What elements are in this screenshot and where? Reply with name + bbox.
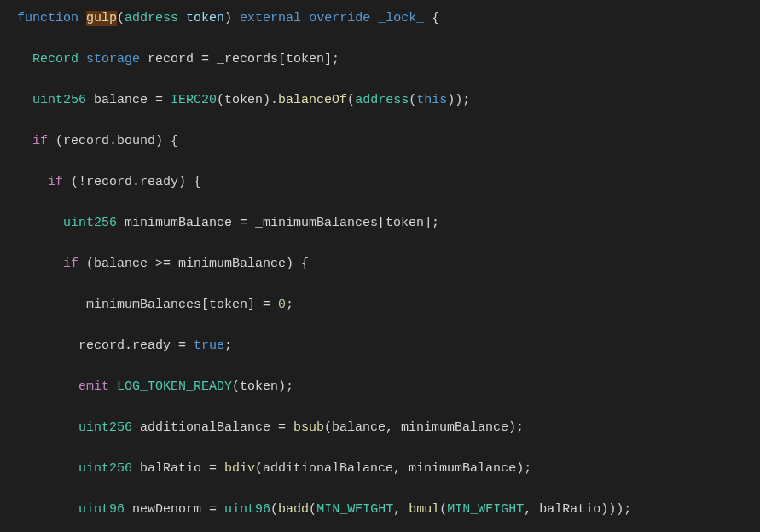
code-token: ) [224, 11, 240, 26]
code-line[interactable]: uint96 newDenorm = uint96(badd(MIN_WEIGH… [17, 500, 760, 520]
code-token: (balance >= minimumBalance) { [78, 257, 309, 271]
code-token: external [240, 11, 301, 26]
code-token: (token); [232, 379, 293, 394]
code-line[interactable]: if (balance >= minimumBalance) { [17, 254, 760, 275]
code-line[interactable]: _minimumBalances[token] = 0; [17, 295, 760, 315]
code-token: newDenorm = [125, 502, 224, 517]
code-token: ( [439, 502, 447, 517]
code-line[interactable]: uint256 additionalBalance = bsub(balance… [17, 418, 760, 438]
code-line[interactable]: uint256 minimumBalance = _minimumBalance… [17, 213, 760, 234]
code-line[interactable]: if (!record.ready) { [17, 172, 760, 193]
code-token: Record [32, 52, 86, 66]
code-line[interactable]: emit LOG_TOKEN_READY(token); [17, 377, 760, 397]
code-token: address [125, 11, 178, 26]
code-token: emit [78, 379, 109, 394]
code-token: ( [309, 502, 316, 517]
code-line[interactable]: uint256 balRatio = bdiv(additionalBalanc… [17, 459, 760, 479]
code-token: ; [224, 338, 232, 353]
code-token: if [63, 257, 78, 271]
code-token: minimumBalance = _minimumBalances[token]… [117, 216, 439, 230]
code-token: record = _records[token]; [140, 52, 339, 66]
code-token: additionalBalance = [132, 420, 293, 435]
code-token: , [393, 502, 409, 517]
code-token: bdiv [224, 461, 255, 476]
code-token: ( [409, 93, 416, 107]
code-line[interactable]: Record storage record = _records[token]; [17, 49, 760, 70]
code-token: gulp [86, 11, 117, 26]
code-token: true [194, 338, 224, 353]
code-editor[interactable]: function gulp(address token) external ov… [0, 9, 760, 532]
code-token: MIN_WEIGHT [447, 502, 524, 517]
code-token: if [32, 134, 48, 148]
code-token: function [17, 11, 86, 26]
code-token: (token). [217, 93, 278, 107]
code-token: storage [86, 52, 140, 66]
code-token: IERC20 [171, 93, 217, 107]
code-token: bmul [409, 502, 439, 517]
code-token: uint256 [63, 216, 117, 230]
code-token: bsub [293, 420, 324, 435]
code-line[interactable]: function gulp(address token) external ov… [17, 9, 760, 29]
code-token [109, 379, 117, 394]
code-token: balance = [86, 93, 171, 107]
code-token: token [186, 11, 224, 26]
code-token: balanceOf [278, 93, 347, 107]
code-token: { [424, 11, 439, 26]
code-token: uint96 [224, 502, 270, 517]
code-token: ( [117, 11, 125, 26]
code-token: this [416, 93, 447, 107]
code-token: ; [286, 298, 293, 312]
code-token: balRatio = [132, 461, 224, 476]
code-token: 0 [278, 298, 286, 312]
code-token: MIN_WEIGHT [316, 502, 393, 517]
code-token: if [48, 175, 63, 189]
code-token: ( [347, 93, 355, 107]
code-token: (balance, minimumBalance); [324, 420, 524, 435]
code-line[interactable]: if (record.bound) { [17, 131, 760, 152]
code-token [178, 11, 186, 26]
code-token: uint256 [78, 420, 132, 435]
code-token: uint256 [78, 461, 132, 476]
code-token [301, 11, 309, 26]
code-token: ( [270, 502, 278, 517]
code-token: uint96 [78, 502, 125, 517]
code-token: override [309, 11, 370, 26]
code-token: , balRatio))); [524, 502, 631, 517]
code-token: uint256 [32, 93, 86, 107]
code-line[interactable]: record.ready = true; [17, 336, 760, 356]
code-token: _minimumBalances[token] = [78, 298, 278, 312]
code-token: record.ready = [78, 338, 194, 353]
code-token: address [355, 93, 409, 107]
code-token: badd [278, 502, 309, 517]
code-token: LOG_TOKEN_READY [117, 379, 232, 394]
code-token: (!record.ready) { [63, 175, 201, 189]
code-token: (additionalBalance, minimumBalance); [255, 461, 531, 476]
code-line[interactable]: uint256 balance = IERC20(token).balanceO… [17, 90, 760, 111]
code-token: )); [447, 93, 470, 107]
code-token: _lock_ [378, 11, 424, 26]
code-token: (record.bound) { [48, 134, 178, 148]
code-token [370, 11, 378, 26]
